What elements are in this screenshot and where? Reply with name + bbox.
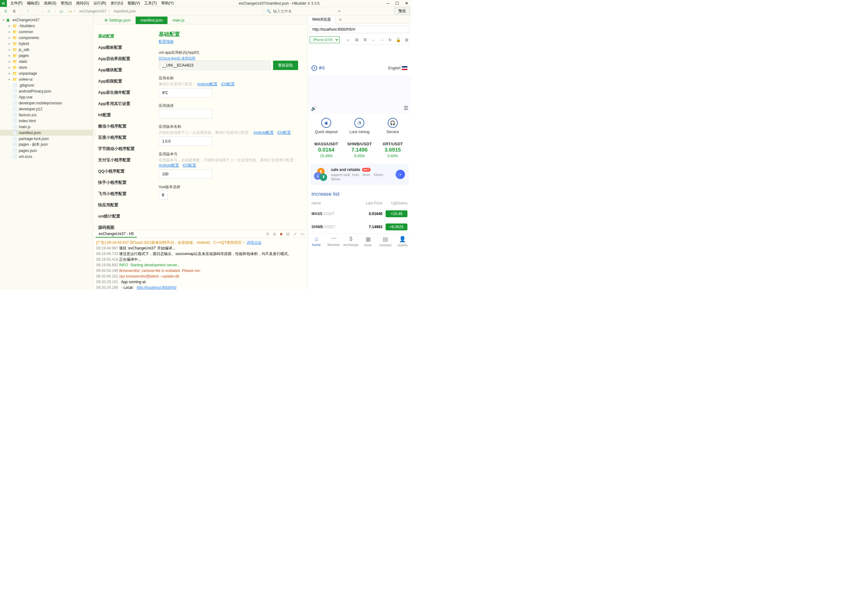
preview-url-input[interactable]	[310, 26, 409, 33]
regen-appid-button[interactable]: 重新获取	[273, 61, 298, 70]
menu-item[interactable]: 编辑(E)	[25, 0, 41, 6]
console-tab[interactable]: exChangeUni37 - H5	[96, 231, 137, 238]
external-icon[interactable]: ⧉	[362, 37, 368, 43]
filter-icon[interactable]: ⏷	[337, 9, 341, 14]
menu-item[interactable]: 工具(T)	[143, 0, 158, 6]
close-icon[interactable]: ✕	[402, 0, 411, 7]
tree-folder[interactable]: ▸📁js_sdk	[0, 46, 93, 52]
tree-file[interactable]: 📄androidPrivacy.json	[0, 88, 93, 94]
menu-item[interactable]: 发行(U)	[109, 0, 125, 6]
config-nav-item[interactable]: 微信小程序配置	[98, 121, 149, 132]
config-nav-item[interactable]: App常用其它设置	[98, 98, 149, 109]
config-nav-item[interactable]: 百度小程序配置	[98, 132, 149, 143]
config-nav-item[interactable]: 快应用配置	[98, 200, 149, 211]
tree-file[interactable]: 📄developer.p12	[0, 106, 93, 112]
run-icon[interactable]: ▷	[57, 8, 66, 15]
config-nav-item[interactable]: 字节跳动小程序配置	[98, 143, 149, 154]
forward-icon[interactable]: 〉	[32, 8, 40, 15]
qr-icon[interactable]: ⊞	[404, 37, 409, 43]
file-search-input[interactable]	[273, 9, 336, 14]
language-switch[interactable]: English	[388, 66, 408, 70]
phone-preview[interactable]: ✦IFC English 🔊 ☰ ◉Quick deposit◔Lock min…	[308, 45, 411, 289]
new-file-icon[interactable]: ⎘	[1, 8, 10, 15]
appname-input[interactable]	[159, 88, 212, 98]
config-nav-item[interactable]: QQ小程序配置	[98, 166, 149, 177]
phone-nav-item[interactable]: ▦lever	[360, 236, 377, 247]
phone-nav-item[interactable]: ▤contract	[377, 236, 394, 247]
tree-folder[interactable]: ▸📁uview-ui	[0, 76, 93, 82]
quick-item[interactable]: ◔Lock mining	[343, 118, 376, 134]
arrow-right-icon[interactable]: »	[396, 170, 405, 179]
menu-item[interactable]: 跳转(G)	[75, 0, 90, 6]
console-lock-icon[interactable]: ⊡	[286, 232, 290, 236]
config-nav-item[interactable]: App启动界面配置	[98, 53, 149, 64]
config-nav-item[interactable]: 支付宝小程序配置	[98, 154, 149, 166]
price-item[interactable]: XRT/USDT3.69150.40%	[376, 141, 409, 158]
tree-folder[interactable]: ▸📁hybrid	[0, 41, 93, 46]
console-clear-icon[interactable]: ■	[280, 232, 282, 236]
tree-file[interactable]: 📄App.vue	[0, 94, 93, 100]
preview-button[interactable]: 预览	[394, 8, 410, 15]
project-explorer[interactable]: ▾▣exChangeUni37 ▸📁.hbuilderx▸📁common▸📁co…	[0, 15, 93, 289]
phone-nav-item[interactable]: 👤assets	[394, 236, 411, 247]
config-nav-item[interactable]: App原生插件配置	[98, 87, 149, 98]
console-icon[interactable]: ⎘	[267, 232, 269, 236]
tree-file[interactable]: 📄developer.mobileprovision	[0, 100, 93, 106]
console-expand-icon[interactable]: ⤢	[293, 232, 297, 236]
tree-folder[interactable]: ▸📁components	[0, 35, 93, 41]
tree-folder[interactable]: ▸📁pages	[0, 52, 93, 58]
appid-input[interactable]	[159, 61, 271, 70]
list-row[interactable]: MASS /USDT0.01640+15.49	[308, 207, 411, 220]
phone-nav-item[interactable]: ⌂home	[308, 236, 325, 247]
device-select[interactable]: iPhone 6/7/8	[310, 36, 340, 43]
tree-folder[interactable]: ▸📁store	[0, 64, 93, 70]
vue-version-select[interactable]: 2	[159, 190, 168, 200]
tree-root[interactable]: ▾▣exChangeUni37	[0, 17, 93, 23]
phone-nav-item[interactable]: $exchange	[342, 236, 359, 247]
devtools-icon[interactable]: ⟐	[346, 37, 351, 43]
preview-tab-close-icon[interactable]: ✕	[336, 16, 345, 23]
phone-nav-item[interactable]: 〰Markets	[325, 236, 342, 247]
menu-item[interactable]: 选择(S)	[42, 0, 58, 6]
config-guide-link[interactable]: 配置指南	[159, 39, 174, 44]
preview-tab[interactable]: Web浏览器	[308, 15, 336, 24]
menu-item[interactable]: 帮助(Y)	[159, 0, 175, 6]
sound-icon[interactable]: 🔊	[311, 106, 316, 111]
tree-file[interactable]: 📄pages - 副本.json	[0, 141, 93, 147]
tree-file[interactable]: 📄main.js	[0, 124, 93, 130]
tree-file[interactable]: 📄uni.scss	[0, 154, 93, 160]
price-item[interactable]: MASS/USDT0.016415.49%	[310, 141, 343, 158]
tree-file[interactable]: 📄manifest.json	[0, 130, 93, 136]
lock-icon[interactable]: 🔓	[396, 37, 401, 43]
menu-item[interactable]: 运行(R)	[92, 0, 108, 6]
tree-folder[interactable]: ▸📁unpackage	[0, 70, 93, 76]
tree-file[interactable]: 📄pages.json	[0, 147, 93, 154]
vername-input[interactable]	[159, 137, 212, 146]
hamburger-icon[interactable]: ☰	[404, 105, 408, 111]
appdesc-input[interactable]	[159, 109, 212, 118]
tab-settings[interactable]: ⚙Settings.json	[100, 17, 136, 24]
menu-item[interactable]: 文件(F)	[9, 0, 24, 6]
breadcrumb[interactable]: ▸ 〉 exChangeUni37 〉 manifest.json	[70, 8, 136, 14]
config-nav-item[interactable]: 源码视图	[98, 222, 149, 230]
nav-forward-icon[interactable]: →	[379, 37, 385, 43]
config-nav-item[interactable]: App图标配置	[98, 42, 149, 53]
console-stop-icon[interactable]: ⊘	[273, 232, 276, 236]
list-row[interactable]: SHWB /USDT7.14963+6.0525	[308, 220, 411, 233]
config-nav-item[interactable]: uni统计配置	[98, 211, 149, 222]
reload-icon[interactable]: ↻	[388, 37, 393, 43]
tree-folder[interactable]: ▸📁.hbuilderx	[0, 23, 93, 29]
maximize-icon[interactable]: ☐	[393, 0, 402, 7]
nav-back-icon[interactable]: ←	[371, 37, 376, 43]
config-nav-item[interactable]: 快手小程序配置	[98, 177, 149, 188]
minimize-icon[interactable]: ─	[383, 0, 393, 7]
tree-folder[interactable]: ▸📁common	[0, 29, 93, 35]
menu-item[interactable]: 视图(V)	[126, 0, 141, 6]
tree-file[interactable]: 📄package-lock.json	[0, 136, 93, 141]
tab-main[interactable]: main.js	[167, 17, 189, 24]
gear-icon[interactable]: ⚙	[354, 37, 360, 43]
tree-file[interactable]: 📄favicon.ico	[0, 112, 93, 118]
config-nav-item[interactable]: 飞书小程序配置	[98, 188, 149, 200]
star-icon[interactable]: ☆	[44, 8, 53, 15]
tree-file[interactable]: 📄index.html	[0, 118, 93, 124]
